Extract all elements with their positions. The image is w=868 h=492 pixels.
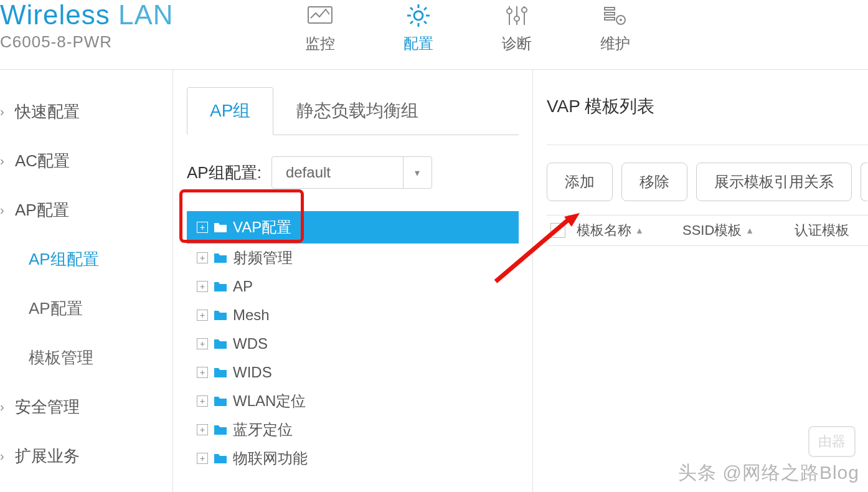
nav-maintain[interactable]: 维护 [600, 4, 630, 54]
button-row: 添加 移除 展示模板引用关系 [547, 163, 868, 201]
top-nav: 监控 配置 诊断 维护 [305, 0, 630, 54]
sidebar-sub-template-mgmt[interactable]: 模板管理 [0, 333, 172, 382]
sort-icon: ▲ [745, 225, 754, 235]
tree-item-radio-mgmt[interactable]: + 射频管理 [187, 244, 519, 272]
chevron-right-icon: › [0, 449, 11, 463]
sort-icon: ▲ [635, 225, 644, 235]
folder-icon [213, 280, 228, 293]
sidebar-label: 安全管理 [15, 396, 80, 418]
tree-label: AP [233, 278, 253, 295]
expand-icon[interactable]: + [197, 281, 208, 292]
tree-item-bt-locate[interactable]: + 蓝牙定位 [187, 415, 519, 444]
show-relation-button[interactable]: 展示模板引用关系 [696, 163, 852, 201]
expand-icon[interactable]: + [197, 338, 208, 349]
sidebar-item-security[interactable]: ›安全管理 [0, 382, 172, 432]
maintain-icon [602, 4, 628, 27]
expand-icon[interactable]: + [197, 367, 208, 378]
remove-button[interactable]: 移除 [621, 163, 687, 201]
col-template-name[interactable]: 模板名称▲ [572, 221, 677, 240]
vap-template-list-title: VAP 模板列表 [547, 95, 868, 118]
sidebar-sub-label: AP组配置 [29, 250, 99, 268]
tree-label: VAP配置 [233, 217, 291, 237]
sidebar-sub-label: AP配置 [29, 299, 83, 318]
col-label: 模板名称 [577, 221, 631, 240]
expand-icon[interactable]: + [197, 252, 208, 263]
ap-group-select[interactable]: default ▾ [271, 156, 432, 189]
folder-icon [213, 221, 228, 234]
header: Wireless LAN C6005-8-PWR 监控 配置 诊断 [0, 0, 868, 70]
svg-point-13 [507, 9, 512, 14]
col-label: 认证模板 [795, 221, 849, 240]
tree-item-wids[interactable]: + WIDS [187, 358, 519, 387]
sidebar-label: 扩展业务 [15, 445, 80, 467]
nav-diagnose[interactable]: 诊断 [502, 4, 532, 54]
tree-item-vap-config[interactable]: + VAP配置 [187, 211, 519, 244]
tab-static-lb-group[interactable]: 静态负载均衡组 [273, 87, 441, 135]
nav-config-label: 配置 [403, 34, 433, 54]
nav-config[interactable]: 配置 [403, 4, 433, 54]
folder-icon [213, 395, 228, 407]
sidebar-sub-ap-group-config[interactable]: AP组配置 [0, 235, 172, 284]
tree-label: Mesh [233, 306, 270, 324]
tree-label: WIDS [233, 364, 272, 381]
tree-label: WLAN定位 [233, 391, 306, 411]
brand-model: C6005-8-PWR [0, 32, 174, 52]
body: ›快速配置 ›AC配置 ›AP配置 AP组配置 AP配置 模板管理 ›安全管理 … [0, 70, 868, 492]
sidebar-item-quick-config[interactable]: ›快速配置 [0, 87, 172, 136]
expand-icon[interactable]: + [197, 395, 208, 407]
sidebar-sub-ap-config[interactable]: AP配置 [0, 284, 172, 333]
button-cutoff[interactable] [861, 163, 867, 201]
tree-label: 射频管理 [233, 248, 293, 268]
sliders-icon [504, 4, 530, 27]
svg-rect-16 [605, 7, 615, 10]
expand-icon[interactable]: + [197, 453, 208, 464]
monitor-icon [307, 4, 333, 27]
expand-icon[interactable]: + [197, 424, 208, 435]
brand-word-wireless: Wireless [0, 0, 110, 30]
tree-label: WDS [233, 335, 268, 352]
sidebar: ›快速配置 ›AC配置 ›AP配置 AP组配置 AP配置 模板管理 ›安全管理 … [0, 70, 173, 492]
folder-icon [213, 423, 228, 436]
chevron-right-icon: › [0, 400, 11, 414]
right-panel: VAP 模板列表 添加 移除 展示模板引用关系 模板名称▲ SSID模板▲ 认证… [533, 70, 868, 492]
folder-icon [213, 366, 228, 379]
select-all-checkbox[interactable] [550, 223, 565, 238]
expand-icon[interactable]: + [197, 222, 208, 233]
sidebar-sub-label: 模板管理 [29, 348, 93, 367]
nav-monitor[interactable]: 监控 [305, 4, 335, 54]
tree-item-iot[interactable]: + 物联网功能 [187, 444, 519, 473]
col-ssid-template[interactable]: SSID模板▲ [677, 221, 790, 240]
tree-item-mesh[interactable]: + Mesh [187, 301, 519, 329]
svg-rect-0 [308, 7, 332, 23]
mid-panel: AP组 静态负载均衡组 AP组配置: default ▾ + VAP配置 + [173, 70, 533, 492]
folder-icon [213, 252, 228, 264]
col-auth-template[interactable]: 认证模板 [790, 221, 849, 240]
svg-rect-18 [605, 17, 615, 20]
sidebar-label: 快速配置 [15, 101, 80, 123]
tree-item-ap[interactable]: + AP [187, 272, 519, 301]
expand-icon[interactable]: + [197, 310, 208, 321]
nav-diagnose-label: 诊断 [502, 34, 532, 54]
chevron-right-icon: › [0, 105, 11, 119]
sidebar-label: AP配置 [15, 199, 69, 221]
svg-point-14 [514, 16, 519, 21]
nav-monitor-label: 监控 [305, 34, 335, 54]
svg-line-9 [410, 21, 413, 24]
tree-label: 物联网功能 [233, 448, 308, 468]
sidebar-item-ac-config[interactable]: ›AC配置 [0, 136, 172, 186]
brand-word-lan: LAN [118, 0, 174, 30]
folder-icon [213, 338, 228, 350]
button-label: 添加 [565, 173, 595, 190]
chevron-down-icon: ▾ [403, 157, 432, 188]
tree-item-wlan-locate[interactable]: + WLAN定位 [187, 387, 519, 415]
svg-point-20 [620, 19, 622, 21]
tab-ap-group[interactable]: AP组 [187, 87, 273, 135]
divider [547, 144, 868, 145]
svg-line-6 [410, 7, 413, 10]
col-label: SSID模板 [682, 221, 742, 240]
tree-item-wds[interactable]: + WDS [187, 329, 519, 358]
sidebar-item-extend[interactable]: ›扩展业务 [0, 432, 172, 481]
tree-label: 蓝牙定位 [233, 420, 293, 440]
add-button[interactable]: 添加 [547, 163, 613, 201]
sidebar-item-ap-config[interactable]: ›AP配置 [0, 186, 172, 235]
